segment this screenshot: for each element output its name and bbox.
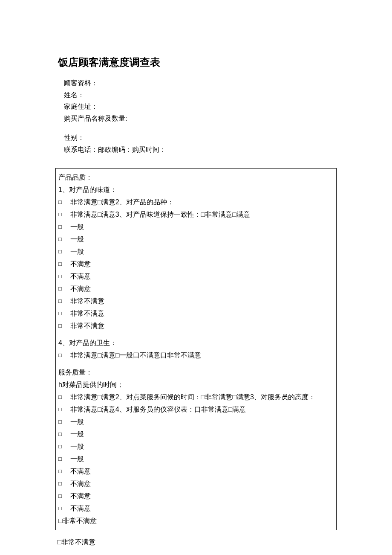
service-quality-heading: 服务质量： — [58, 366, 334, 378]
product-quality-heading: 产品品质： — [58, 171, 334, 183]
checkbox-icon[interactable]: □ — [58, 430, 70, 439]
customer-heading: 顾客资料： — [64, 78, 337, 89]
page-title: 饭店顾客满意度调查表 — [55, 55, 337, 69]
checkbox-line: □非常满意□满意3、对产品味道保持一致性：□非常满意□满意 — [58, 209, 334, 221]
checkbox-icon[interactable]: □ — [58, 351, 70, 360]
checkbox-line: □非常满意□满意□一般口不满意口非常不满意 — [58, 349, 334, 361]
checkbox-line: □不满意 — [58, 258, 334, 270]
option-text: 一般 — [70, 235, 84, 243]
q4-hygiene: 4、对产品的卫生： — [58, 337, 334, 349]
option-text: 非常满意□满意□一般口不满意口非常不满意 — [70, 352, 201, 359]
checkbox-line: □非常满意□满意4、对服务员的仪容仪表：口非常满意□满意 — [58, 404, 334, 416]
customer-info-block: 顾客资料： 姓名： 家庭住址： 购买产品名称及数量: 性别： 联系电话：邮政编码… — [55, 78, 337, 155]
checkbox-line: □非常不满意 — [58, 295, 334, 307]
very-unsatisfied-line: □非常不满意 — [58, 515, 334, 527]
checkbox-icon[interactable]: □ — [58, 247, 70, 257]
checkbox-icon[interactable]: □ — [58, 235, 70, 244]
checkbox-icon[interactable]: □ — [58, 491, 70, 501]
checkbox-icon[interactable]: □ — [58, 309, 70, 319]
option-text: 非常不满意 — [70, 297, 104, 305]
checkbox-line: □一般 — [58, 246, 334, 258]
checkbox-line: □一般 — [58, 233, 334, 245]
checkbox-line: □非常不满意 — [58, 308, 334, 320]
checkbox-icon[interactable]: □ — [58, 222, 70, 232]
option-text: 非常不满意 — [70, 310, 104, 317]
checkbox-line: □不满意 — [58, 503, 334, 514]
option-text: 一般 — [70, 418, 84, 425]
checkbox-line: □一般 — [58, 416, 334, 428]
checkbox-line: □非常满意□满意2、对点菜服务问候的时间：□非常满意□满意3、对服务员的态度： — [58, 391, 334, 403]
product-label: 购买产品名称及数量: — [64, 113, 337, 124]
checkbox-icon[interactable]: □ — [58, 272, 70, 282]
option-text: 不满意 — [70, 468, 91, 475]
option-text: 不满意 — [70, 273, 91, 280]
checkbox-icon[interactable]: □ — [58, 210, 70, 220]
checkbox-icon[interactable]: □ — [58, 467, 70, 477]
option-text: 非常满意□满意2、对点菜服务问候的时间：□非常满意□满意3、对服务员的态度： — [70, 393, 315, 401]
option-text: 不满意 — [70, 492, 91, 500]
checkbox-icon[interactable]: □ — [58, 479, 70, 489]
checkbox-icon[interactable]: □ — [58, 259, 70, 269]
name-label: 姓名： — [64, 90, 337, 101]
checkbox-icon[interactable]: □ — [58, 504, 70, 514]
checkbox-icon[interactable]: □ — [58, 296, 70, 306]
option-text: 一般 — [70, 455, 84, 462]
checkbox-line: □非常不满意 — [58, 320, 334, 332]
option-text: 不满意 — [70, 285, 91, 292]
option-text: 一般 — [70, 248, 84, 255]
q1-taste: 1、对产品的味道： — [58, 184, 334, 196]
very-unsatisfied-after: □非常不满意 — [55, 538, 337, 547]
checkbox-icon[interactable]: □ — [58, 321, 70, 331]
option-text: 非常不满意 — [70, 322, 104, 329]
option-text: 非常满意□满意2、对产品的品种： — [70, 198, 174, 206]
checkbox-icon[interactable]: □ — [58, 198, 70, 207]
checkbox-icon[interactable]: □ — [58, 392, 70, 402]
checkbox-line: □不满意 — [58, 490, 334, 502]
contact-line: 联系电话：邮政编码：购买时间： — [64, 144, 337, 155]
checkbox-icon[interactable]: □ — [58, 417, 70, 427]
option-text: 一般 — [70, 443, 84, 450]
option-text: 非常满意□满意3、对产品味道保持一致性：□非常满意□满意 — [70, 211, 250, 218]
gender-label: 性别： — [64, 132, 337, 143]
checkbox-line: □不满意 — [58, 283, 334, 295]
checkbox-line: □不满意 — [58, 270, 334, 282]
checkbox-line: □一般 — [58, 428, 334, 440]
checkbox-line: □不满意 — [58, 478, 334, 490]
checkbox-icon[interactable]: □ — [58, 284, 70, 294]
checkbox-line: □一般 — [58, 441, 334, 453]
checkbox-icon[interactable]: □ — [58, 405, 70, 415]
checkbox-line: □一般 — [58, 221, 334, 233]
option-text: 不满意 — [70, 505, 91, 512]
checkbox-line: □非常满意□满意2、对产品的品种： — [58, 196, 334, 208]
option-text: 不满意 — [70, 260, 91, 267]
option-text: 一般 — [70, 430, 84, 438]
checkbox-line: □不满意 — [58, 465, 334, 477]
q-serve-time: h对菜品提供的时间； — [58, 379, 334, 391]
option-text: 不满意 — [70, 480, 91, 487]
survey-box: 产品品质： 1、对产品的味道： □非常满意□满意2、对产品的品种： □非常满意□… — [55, 168, 337, 530]
address-label: 家庭住址： — [64, 101, 337, 112]
option-text: 一般 — [70, 223, 84, 230]
checkbox-line: □一般 — [58, 453, 334, 465]
option-text: 非常满意□满意4、对服务员的仪容仪表：口非常满意□满意 — [70, 406, 246, 413]
checkbox-icon[interactable]: □ — [58, 454, 70, 464]
checkbox-icon[interactable]: □ — [58, 442, 70, 452]
